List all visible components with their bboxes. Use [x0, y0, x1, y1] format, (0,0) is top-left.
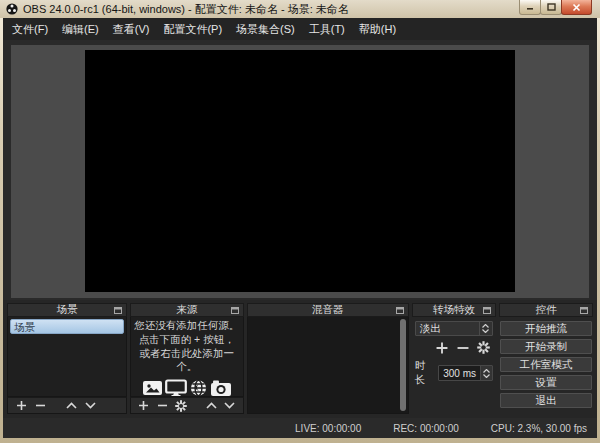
obs-logo-icon: [6, 3, 18, 15]
mixer-panel-title: 混音器: [312, 303, 344, 317]
obs-window: OBS 24.0.0-rc1 (64-bit, windows) - 配置文件:…: [0, 0, 600, 443]
transition-select-value: 淡出: [416, 322, 479, 336]
live-time: LIVE: 00:00:00: [295, 423, 361, 434]
source-move-down-button[interactable]: [223, 399, 237, 413]
controls-panel-title: 控件: [535, 303, 556, 317]
maximize-icon: [547, 3, 556, 11]
remove-scene-button[interactable]: [33, 399, 47, 413]
menu-item-file[interactable]: 文件(F): [5, 19, 55, 40]
scene-move-down-button[interactable]: [83, 399, 97, 413]
preview-canvas[interactable]: [85, 50, 515, 292]
panel-popout-icon[interactable]: [483, 307, 491, 314]
transition-duration-row: 时长 300 ms: [415, 359, 493, 387]
sources-list[interactable]: 您还没有添加任何源。 点击下面的 + 按钮， 或者右击此处添加一个。: [130, 317, 244, 397]
transitions-panel-header: 转场特效: [412, 303, 496, 317]
client-area: 文件(F) 编辑(E) 查看(V) 配置文件(P) 场景集合(S) 工具(T) …: [3, 18, 597, 438]
scenes-panel: 场景 场景: [7, 303, 127, 414]
controls-panel-header: 控件: [499, 303, 593, 317]
caption-buttons: [520, 0, 592, 15]
chevron-down-icon: [482, 329, 489, 333]
sources-panel: 来源 您还没有添加任何源。 点击下面的 + 按钮， 或者右击此处添加一个。: [130, 303, 244, 414]
remove-icon: [457, 342, 469, 354]
dock-row: 场景 场景: [3, 300, 597, 418]
settings-button[interactable]: 设置: [500, 375, 592, 390]
menu-item-view[interactable]: 查看(V): [106, 19, 157, 40]
move-down-icon: [224, 402, 235, 409]
remove-source-button[interactable]: [155, 399, 169, 413]
maximize-button[interactable]: [540, 0, 562, 15]
transitions-panel-title: 转场特效: [433, 303, 475, 317]
rec-time: REC: 00:00:00: [393, 423, 459, 434]
status-bar: LIVE: 00:00:00 REC: 00:00:00 CPU: 2.3%, …: [3, 418, 597, 438]
remove-icon: [157, 400, 168, 411]
combo-arrows: [479, 322, 492, 335]
duration-label: 时长: [415, 359, 434, 387]
scenes-list: 场景: [7, 317, 127, 397]
duration-spinbox[interactable]: 300 ms: [438, 365, 493, 381]
add-transition-button[interactable]: [435, 341, 449, 355]
add-scene-button[interactable]: [14, 399, 28, 413]
chevron-up-icon: [483, 369, 490, 373]
move-up-icon: [206, 402, 217, 409]
cpu-fps: CPU: 2.3%, 30.00 fps: [491, 423, 587, 434]
add-icon: [16, 400, 27, 411]
studio-mode-button[interactable]: 工作室模式: [500, 357, 592, 372]
title-bar[interactable]: OBS 24.0.0-rc1 (64-bit, windows) - 配置文件:…: [0, 0, 600, 18]
duration-value: 300 ms: [439, 368, 480, 379]
controls-body: 开始推流 开始录制 工作室模式 设置 退出: [499, 317, 593, 414]
panel-popout-icon[interactable]: [114, 307, 122, 314]
preview-region: [3, 40, 597, 300]
minimize-button[interactable]: [519, 0, 541, 15]
scene-move-up-button[interactable]: [64, 399, 78, 413]
image-source-icon: [142, 379, 163, 397]
start-streaming-button[interactable]: 开始推流: [500, 321, 592, 336]
preview-background: [11, 45, 589, 298]
source-type-icons: [142, 379, 232, 397]
menu-item-edit[interactable]: 编辑(E): [55, 19, 106, 40]
camera-source-icon: [210, 379, 232, 397]
audio-mixer-panel: 混音器: [247, 303, 409, 414]
close-button[interactable]: [561, 0, 592, 15]
exit-button[interactable]: 退出: [500, 393, 592, 408]
gear-icon: [477, 341, 490, 354]
remove-icon: [35, 400, 46, 411]
mixer-scrollbar[interactable]: [400, 319, 406, 411]
start-recording-button[interactable]: 开始录制: [500, 339, 592, 354]
add-icon: [436, 342, 448, 354]
transition-select[interactable]: 淡出: [415, 321, 493, 336]
menu-item-help[interactable]: 帮助(H): [352, 19, 403, 40]
panel-popout-icon[interactable]: [396, 307, 404, 314]
scene-transitions-panel: 转场特效 淡出: [412, 303, 496, 414]
sources-empty-line: 点击下面的 + 按钮，: [139, 333, 235, 346]
controls-panel: 控件 开始推流 开始录制 工作室模式 设置 退出: [499, 303, 593, 414]
sources-panel-header: 来源: [130, 303, 244, 317]
chevron-up-icon: [482, 324, 489, 328]
sources-empty-line: 您还没有添加任何源。: [134, 319, 239, 332]
window-title: OBS 24.0.0-rc1 (64-bit, windows) - 配置文件:…: [23, 2, 349, 17]
scenes-panel-header: 场景: [7, 303, 127, 317]
panel-popout-icon[interactable]: [580, 307, 588, 314]
duration-spin-arrows[interactable]: [480, 366, 492, 380]
menu-item-profile[interactable]: 配置文件(P): [156, 19, 229, 40]
remove-transition-button[interactable]: [456, 341, 470, 355]
add-source-button[interactable]: [137, 399, 151, 413]
sources-panel-title: 来源: [176, 303, 197, 317]
panel-popout-icon[interactable]: [231, 307, 239, 314]
mixer-panel-header: 混音器: [247, 303, 409, 317]
source-move-up-button[interactable]: [204, 399, 218, 413]
move-up-icon: [66, 402, 77, 409]
transitions-toolbar: [415, 340, 493, 355]
browser-source-icon: [189, 379, 208, 397]
gear-icon: [175, 400, 187, 412]
sources-empty-line: 或者右击此处添加一个。: [131, 347, 243, 373]
move-down-icon: [85, 402, 96, 409]
transition-properties-button[interactable]: [477, 341, 491, 355]
menu-item-tools[interactable]: 工具(T): [302, 19, 352, 40]
source-properties-button[interactable]: [174, 399, 188, 413]
sources-empty-state: 您还没有添加任何源。 点击下面的 + 按钮， 或者右击此处添加一个。: [131, 317, 243, 396]
menu-item-scene-collection[interactable]: 场景集合(S): [229, 19, 302, 40]
scenes-toolbar: [7, 397, 127, 414]
scene-list-item[interactable]: 场景: [10, 319, 124, 334]
menu-bar: 文件(F) 编辑(E) 查看(V) 配置文件(P) 场景集合(S) 工具(T) …: [3, 18, 597, 40]
mixer-body: [247, 317, 409, 414]
